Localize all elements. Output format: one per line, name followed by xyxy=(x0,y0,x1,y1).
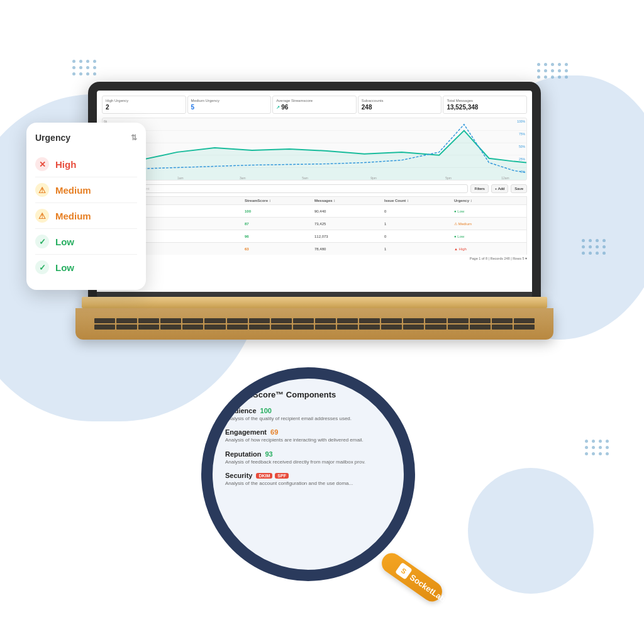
medium-icon-2: ⚠ xyxy=(35,209,49,223)
ss-reputation: Reputation 93 Analysis of feedback recei… xyxy=(225,450,391,465)
bg-blob-bottom xyxy=(468,468,594,594)
ss-engagement: Engagement 69 Analysis of how recipients… xyxy=(225,428,391,443)
security-badges: DKIM SPF xyxy=(256,473,289,479)
table-row[interactable]: Marketing SUBACCOUNT 126 96 112,073 0 ● … xyxy=(102,230,527,242)
ss-audience: Audience 100 Analysis of the quality of … xyxy=(225,407,391,422)
dashboard: High Urgency 2 Medium Urgency 5 Average … xyxy=(97,91,532,292)
laptop-screen-inner: High Urgency 2 Medium Urgency 5 Average … xyxy=(97,91,532,292)
stat-high-urgency: High Urgency 2 xyxy=(102,96,186,114)
save-button[interactable]: Save xyxy=(511,184,527,193)
urgency-row-low-2: ✓ Low xyxy=(35,255,137,280)
svg-text:9pm: 9pm xyxy=(370,177,377,180)
socketlabs-label: S SocketLabs xyxy=(395,562,452,608)
low-icon-2: ✓ xyxy=(35,260,49,274)
phone-header: Urgency ⇅ xyxy=(35,133,137,143)
send-chart: 9pm 1am 3am 5am 9pm 5pm 12am 6k 4k 2k 0k… xyxy=(102,118,527,180)
stat-total-messages: Total Messages 13,525,348 xyxy=(443,96,527,114)
svg-text:3am: 3am xyxy=(240,177,246,180)
laptop-screen-outer: High Urgency 2 Medium Urgency 5 Average … xyxy=(88,82,541,297)
laptop: High Urgency 2 Medium Urgency 5 Average … xyxy=(88,82,541,340)
add-button[interactable]: + Add xyxy=(491,184,509,193)
svg-text:5am: 5am xyxy=(302,177,308,180)
medium-icon-1: ⚠ xyxy=(35,183,49,197)
urgency-row-low-1: ✓ Low xyxy=(35,229,137,255)
stat-avg-score: Average Streamscore ↗ 96 xyxy=(272,96,357,114)
dots-bottomright xyxy=(585,440,609,455)
laptop-keyboard xyxy=(75,308,553,340)
urgency-row-medium-1: ⚠ Medium xyxy=(35,177,137,203)
laptop-base xyxy=(82,297,547,308)
pagination: Page 1 of 8 | Records 248 | Rows 5 ▾ xyxy=(102,257,527,260)
search-bar: 🔍 Search by subaccount Filters + Add Sav… xyxy=(102,184,527,193)
filters-button[interactable]: Filters xyxy=(470,184,488,193)
svg-marker-4 xyxy=(103,131,526,180)
stat-subaccounts: Subaccounts 248 xyxy=(358,96,442,114)
magnifier-glass-circle: StreamScore™ Components Audience 100 Ana… xyxy=(201,367,415,581)
stat-medium-urgency: Medium Urgency 5 xyxy=(187,96,272,114)
streamscore-panel: StreamScore™ Components Audience 100 Ana… xyxy=(213,379,404,505)
svg-text:12am: 12am xyxy=(501,177,509,180)
svg-text:1am: 1am xyxy=(177,177,184,180)
urgency-row-high-1: ✕ High xyxy=(35,152,137,177)
streamscore-title: StreamScore™ Components xyxy=(225,390,391,399)
urgency-row-medium-2: ⚠ Medium xyxy=(35,203,137,229)
dots-topleft xyxy=(72,60,97,75)
keyboard-keys xyxy=(94,318,535,330)
phone-card: Urgency ⇅ ✕ High ⚠ Medium ⚠ Medium ✓ Low… xyxy=(26,123,146,290)
magnifier-container: StreamScore™ Components Audience 100 Ana… xyxy=(201,367,465,606)
ss-security: Security DKIM SPF Analysis of the accoun… xyxy=(225,472,391,487)
table-header: Name ↕ StreamScore ↕ Messages ↕ Issue Co… xyxy=(102,196,527,204)
laptop-hinge xyxy=(97,292,532,297)
table-row[interactable]: Parks and Rec SUBACCOUNT 127 63 78,480 1… xyxy=(102,242,527,255)
sort-icon[interactable]: ⇅ xyxy=(131,133,137,142)
table-row[interactable]: Alumni SUBACCOUNT 134 87 73,425 1 ⚠ Medi… xyxy=(102,217,527,230)
dots-topright xyxy=(537,63,569,79)
dots-midright xyxy=(582,239,606,255)
high-icon-1: ✕ xyxy=(35,157,49,171)
table-row[interactable]: Admissions SUBACCOUNT 133 100 90,440 0 ●… xyxy=(102,204,527,217)
svg-text:5pm: 5pm xyxy=(445,177,452,180)
stats-row: High Urgency 2 Medium Urgency 5 Average … xyxy=(102,96,527,114)
low-icon-1: ✓ xyxy=(35,235,49,248)
